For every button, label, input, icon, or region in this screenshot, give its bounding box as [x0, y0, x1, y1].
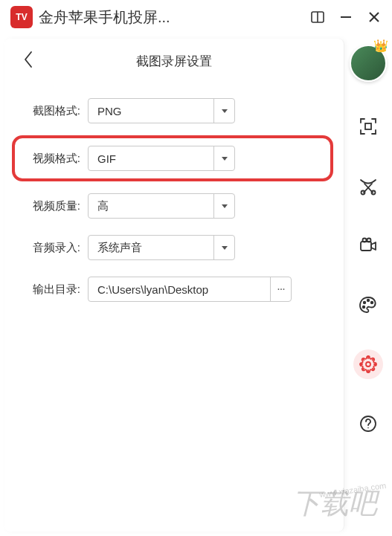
- settings-button[interactable]: [353, 349, 383, 379]
- settings-rows: 截图格式: PNG 视频格式: GIF 视频质量:: [19, 98, 329, 302]
- svg-point-19: [367, 300, 370, 302]
- svg-point-12: [362, 191, 365, 195]
- minimize-button[interactable]: [338, 10, 353, 25]
- label-video-format: 视频格式:: [19, 152, 80, 166]
- select-value: 系统声音: [89, 241, 213, 255]
- svg-point-17: [367, 239, 371, 242]
- output-dir-value: C:\Users\lyan\Desktop: [89, 283, 270, 296]
- label-screenshot-format: 截图格式:: [19, 104, 80, 118]
- back-button[interactable]: [22, 50, 34, 72]
- svg-point-13: [372, 191, 376, 195]
- svg-rect-14: [361, 242, 371, 251]
- svg-marker-6: [222, 157, 228, 161]
- split-view-icon[interactable]: [310, 10, 325, 25]
- avatar[interactable]: 👑: [350, 45, 387, 82]
- chevron-down-icon: [213, 194, 234, 218]
- side-toolbar: 👑: [344, 34, 392, 536]
- help-button[interactable]: [353, 409, 383, 439]
- palette-button[interactable]: [353, 290, 383, 320]
- crown-icon: 👑: [373, 39, 388, 53]
- label-video-quality: 视频质量:: [19, 199, 80, 213]
- svg-point-18: [364, 302, 366, 304]
- select-value: GIF: [89, 152, 213, 165]
- title-controls: [310, 10, 382, 25]
- app-title: 金舟苹果手机投屏...: [39, 7, 310, 28]
- svg-marker-8: [222, 246, 228, 250]
- row-audio-input: 音频录入: 系统声音: [19, 235, 329, 260]
- close-button[interactable]: [367, 10, 382, 25]
- select-video-quality[interactable]: 高: [88, 193, 235, 219]
- label-audio-input: 音频录入:: [19, 241, 80, 255]
- select-video-format[interactable]: GIF: [88, 146, 235, 171]
- svg-point-22: [366, 362, 370, 367]
- settings-header: 截图录屏设置: [19, 39, 329, 83]
- row-video-format: 视频格式: GIF: [12, 135, 333, 181]
- svg-point-20: [371, 302, 373, 304]
- chevron-down-icon: [213, 236, 234, 259]
- fullscreen-button[interactable]: [353, 112, 383, 141]
- camera-button[interactable]: [353, 230, 383, 260]
- svg-point-16: [363, 239, 367, 242]
- page-title: 截图录屏设置: [19, 53, 329, 70]
- label-output-dir: 输出目录:: [19, 282, 80, 297]
- main-area: 截图录屏设置 截图格式: PNG 视频格式: GIF: [0, 34, 392, 536]
- titlebar: TV 金舟苹果手机投屏...: [0, 0, 392, 34]
- svg-point-24: [367, 427, 369, 429]
- select-value: PNG: [89, 105, 213, 117]
- select-screenshot-format[interactable]: PNG: [88, 98, 235, 123]
- row-video-quality: 视频质量: 高: [19, 193, 329, 219]
- scissors-button[interactable]: [353, 171, 383, 201]
- select-value: 高: [89, 199, 213, 213]
- select-audio-input[interactable]: 系统声音: [88, 235, 235, 260]
- svg-marker-5: [222, 109, 228, 113]
- output-dir-field[interactable]: C:\Users\lyan\Desktop ···: [88, 277, 292, 302]
- browse-button[interactable]: ···: [270, 277, 291, 301]
- app-logo: TV: [10, 6, 33, 28]
- svg-rect-9: [365, 123, 371, 129]
- chevron-down-icon: [213, 146, 234, 170]
- svg-marker-7: [222, 204, 228, 208]
- row-output-dir: 输出目录: C:\Users\lyan\Desktop ···: [19, 277, 329, 302]
- row-screenshot-format: 截图格式: PNG: [19, 98, 329, 123]
- settings-panel: 截图录屏设置 截图格式: PNG 视频格式: GIF: [4, 39, 344, 532]
- svg-point-21: [363, 306, 365, 309]
- chevron-down-icon: [213, 99, 234, 123]
